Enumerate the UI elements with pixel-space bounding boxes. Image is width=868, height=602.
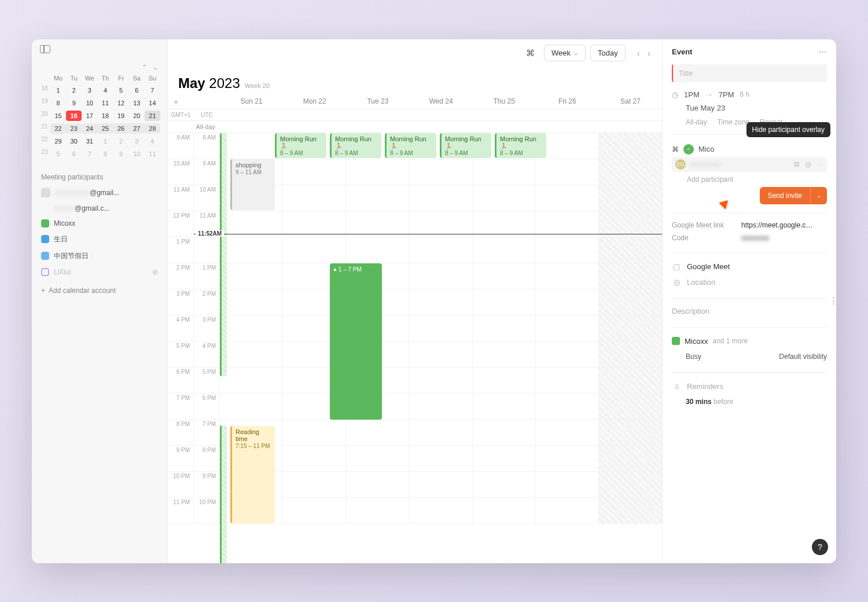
meet-link-value[interactable]: https://meet.google.c… xyxy=(741,221,812,229)
allday-toggle[interactable]: All-day xyxy=(686,118,707,126)
day-header[interactable]: Sun 21 xyxy=(220,97,283,107)
participant-row[interactable]: ⌘ ✓ Mico Hide participant overlay xyxy=(672,142,827,157)
event-morning-run[interactable]: Morning Run🏃8 – 9 AM xyxy=(275,133,326,158)
mini-cal-day[interactable]: 16 xyxy=(66,111,82,121)
send-invite-button[interactable]: Send invite xyxy=(760,187,810,204)
participant-item[interactable]: xxxxxxxxxx@gmail... xyxy=(32,185,167,201)
mini-cal-day[interactable]: 14 xyxy=(145,98,160,108)
mini-cal-day[interactable]: 17 xyxy=(82,111,97,121)
mini-cal-day[interactable]: 21 xyxy=(145,111,160,121)
mini-cal-day[interactable]: 28 xyxy=(145,123,160,134)
start-time[interactable]: 1PM xyxy=(684,90,700,99)
help-button[interactable]: ? xyxy=(812,539,828,555)
mini-cal-day[interactable]: 11 xyxy=(97,98,113,108)
mini-cal-day[interactable]: 8 xyxy=(50,98,66,108)
calendar-title: May 2023 xyxy=(178,75,240,91)
mini-cal-day[interactable]: 3 xyxy=(82,85,97,96)
mini-cal-day[interactable]: 1 xyxy=(97,136,113,146)
mini-cal-day[interactable]: 7 xyxy=(145,85,160,96)
participant-row[interactable]: EO xxxxxxxx ⧉ ◎ ··· xyxy=(672,157,827,172)
copy-icon[interactable]: ⧉ xyxy=(794,160,799,169)
mini-cal-day[interactable]: 30 xyxy=(66,136,82,146)
mini-cal-day[interactable]: 29 xyxy=(50,136,66,146)
meet-link-label: Google Meet link xyxy=(672,221,735,229)
mini-cal-day[interactable]: 10 xyxy=(129,149,145,159)
mini-cal-day[interactable]: 5 xyxy=(113,85,129,96)
event-date[interactable]: Tue May 23 xyxy=(672,104,827,112)
sidebar-toggle-icon[interactable] xyxy=(40,45,50,53)
event-reading[interactable]: Reading time 7:15 – 11 PM xyxy=(230,426,275,523)
calendar-item[interactable]: Micoxx xyxy=(32,216,167,231)
code-label: Code xyxy=(672,234,735,242)
resize-handle[interactable] xyxy=(833,298,834,305)
mini-cal-next[interactable]: ⌄ xyxy=(153,64,158,71)
bell-icon: ♫ xyxy=(672,382,681,391)
mini-cal-day[interactable]: 24 xyxy=(82,123,97,134)
google-meet-row[interactable]: ▢ Google Meet xyxy=(672,259,827,274)
more-icon[interactable]: ··· xyxy=(817,160,823,169)
participant-item[interactable]: xxxxxx@gmail.c... xyxy=(32,201,167,216)
event-new[interactable]: ● 1 – 7 PM xyxy=(330,263,382,420)
detail-more-button[interactable]: ··· xyxy=(819,47,827,56)
mini-cal-day[interactable]: 10 xyxy=(82,98,97,108)
location-row[interactable]: ◎ Location xyxy=(672,274,827,290)
mini-cal-day[interactable]: 25 xyxy=(97,123,113,134)
mini-cal-day[interactable]: 8 xyxy=(97,149,113,159)
mini-cal-prev[interactable]: ⌃ xyxy=(142,64,147,71)
mini-cal-day[interactable]: 15 xyxy=(50,111,66,121)
add-timezone-button[interactable]: + xyxy=(168,97,220,107)
mini-cal-day[interactable]: 2 xyxy=(66,85,82,96)
mini-cal-day[interactable]: 1 xyxy=(50,85,66,96)
today-button[interactable]: Today xyxy=(590,45,626,61)
next-week-button[interactable]: › xyxy=(644,46,654,60)
busy-status[interactable]: Busy xyxy=(686,353,701,361)
mini-cal-day[interactable]: 20 xyxy=(129,111,145,121)
event-morning-run[interactable]: Morning Run🏃8 – 9 AM xyxy=(440,133,491,158)
mini-cal-day[interactable]: 6 xyxy=(66,149,82,159)
reminders-row[interactable]: ♫ Reminders xyxy=(672,379,827,394)
calendar-assign[interactable]: Micoxx and 1 more xyxy=(672,333,827,349)
sidebar: ⌃ ⌄ Mo Tu We Th Fr Sa Su 181234567198910… xyxy=(32,39,168,563)
mini-cal-day[interactable]: 6 xyxy=(129,85,145,96)
event-detail-panel: Event ··· ◷ 1PM → 7PM 6 h Tue May 23 All… xyxy=(662,39,836,563)
eye-icon[interactable]: ◎ xyxy=(805,160,811,169)
mini-cal-day[interactable]: 5 xyxy=(50,149,66,159)
mini-cal-day[interactable]: 4 xyxy=(97,85,113,96)
prev-week-button[interactable]: ‹ xyxy=(634,46,643,60)
view-selector[interactable]: Week ⌄ xyxy=(544,45,586,61)
mini-cal-day[interactable]: 26 xyxy=(113,123,129,134)
command-icon[interactable]: ⌘ xyxy=(521,48,539,58)
send-invite-dropdown[interactable]: ⌄ xyxy=(810,187,827,204)
mini-cal-day[interactable]: 22 xyxy=(50,123,66,134)
mini-cal-day[interactable]: 4 xyxy=(145,136,160,146)
calendar-item[interactable]: 生日 xyxy=(32,231,167,248)
mini-cal-day[interactable]: 12 xyxy=(113,98,129,108)
event-title-input[interactable] xyxy=(672,64,827,82)
mini-cal-day[interactable]: 31 xyxy=(82,136,97,146)
event-morning-run[interactable]: Morning Run🏃8 – 9 AM xyxy=(495,133,546,158)
mini-cal-day[interactable]: 11 xyxy=(145,149,160,159)
add-participant[interactable]: Add participant xyxy=(672,172,827,187)
visibility-status[interactable]: Default visibility xyxy=(779,353,827,361)
mini-cal-day[interactable]: 3 xyxy=(129,136,145,146)
mini-cal-day[interactable]: 19 xyxy=(113,111,129,121)
calendar-item[interactable]: 中国节假日 xyxy=(32,248,167,265)
mini-cal-day[interactable]: 9 xyxy=(66,98,82,108)
event-shopping[interactable]: shopping 9 – 11 AM xyxy=(230,159,275,210)
event-morning-run[interactable]: Morning Run🏃8 – 9 AM xyxy=(385,133,436,158)
timezone-toggle[interactable]: Time zone xyxy=(718,118,750,126)
event-morning-run[interactable]: Morning Run🏃8 – 9 AM xyxy=(330,133,381,158)
mini-cal-day[interactable]: 7 xyxy=(82,149,97,159)
mini-cal-day[interactable]: 18 xyxy=(97,111,113,121)
allday-label: All-day xyxy=(168,123,220,130)
mini-cal-day[interactable]: 13 xyxy=(129,98,145,108)
mini-cal-day[interactable]: 23 xyxy=(66,123,82,134)
mini-cal-day[interactable]: 27 xyxy=(129,123,145,134)
reminder-value[interactable]: 30 mins before xyxy=(672,394,827,409)
calendar-item[interactable]: LiXiui⊘ xyxy=(32,265,167,280)
end-time[interactable]: 7PM xyxy=(719,90,734,99)
mini-cal-day[interactable]: 2 xyxy=(113,136,129,146)
mini-cal-day[interactable]: 9 xyxy=(113,149,129,159)
add-calendar-account[interactable]: + Add calendar account xyxy=(32,280,167,302)
description-row[interactable]: Description xyxy=(672,298,827,319)
